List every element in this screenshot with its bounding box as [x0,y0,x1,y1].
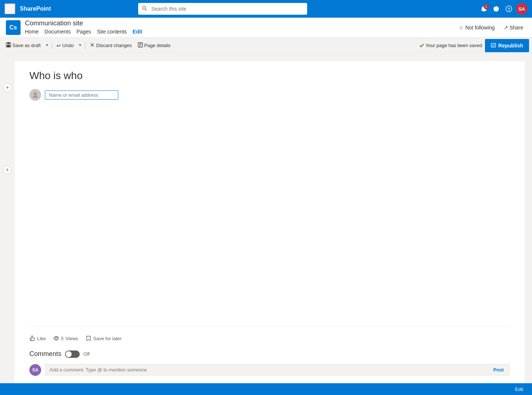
views-indicator: 5 Views [53,335,78,341]
comments-toggle[interactable] [65,350,80,358]
svg-point-23 [34,92,37,95]
svg-line-10 [145,9,147,11]
share-label: Share [510,25,523,31]
like-label: Like [37,336,46,341]
comment-input-row: SA Post [29,364,510,376]
nav-documents[interactable]: Documents [42,28,73,35]
undo-dropdown[interactable] [77,40,83,50]
comments-section: Comments Off SA Post [29,350,510,376]
republish-button[interactable]: Republish [485,39,529,52]
nav-edit[interactable]: Edit [130,28,145,35]
site-info: Communication site Home Documents Pages … [25,19,456,35]
page-details-button[interactable]: Page details [135,40,174,51]
share-button[interactable]: ↗ Share [501,23,526,32]
who-input-row [29,89,510,101]
page-details-label: Page details [144,43,171,48]
page-title: Who is who [29,70,510,82]
like-button[interactable]: Like [29,335,46,341]
undo-icon: ↩ [57,43,61,49]
commenter-avatar: SA [29,364,41,376]
save-for-later-button[interactable]: Save for later [86,335,122,341]
svg-rect-2 [12,6,13,7]
comments-header: Comments Off [29,350,510,358]
save-icon [6,42,11,49]
discard-label: Discard changes [96,43,132,48]
republish-label: Republish [498,43,523,49]
waffle-button[interactable] [4,3,15,14]
add-section-button-top[interactable]: + [3,83,12,92]
top-nav-actions: 1 ? SA [478,3,528,15]
not-following-label: Not following [465,25,495,31]
page-footer: Edit [0,383,532,395]
svg-rect-6 [7,11,8,12]
notifications-button[interactable]: 1 [478,3,489,14]
footer-edit-button[interactable]: Edit [512,385,526,394]
svg-rect-1 [9,6,11,7]
svg-rect-15 [7,45,10,47]
share-icon: ↗ [504,25,508,31]
notification-badge: 1 [484,4,489,9]
discard-icon [90,42,95,49]
toolbar-separator-1 [52,42,52,49]
post-comment-button[interactable]: Post [487,364,510,376]
save-as-draft-button[interactable]: Save as draft [3,40,44,51]
toolbar-separator-2 [85,42,85,49]
comments-label: Comments [29,350,61,358]
not-following-button[interactable]: ☆ Not following [456,23,497,32]
edit-toolbar: Save as draft ↩ Undo Discard changes Pag… [0,38,532,54]
undo-label: Undo [62,43,74,48]
site-header-actions: ☆ Not following ↗ Share [456,23,526,32]
engagement-row: Like 5 Views Save for later [29,331,510,346]
app-logo-text: SharePoint [20,6,51,12]
search-input[interactable] [138,3,307,15]
nav-pages[interactable]: Pages [73,28,94,35]
comment-input[interactable] [45,364,487,376]
svg-rect-4 [9,8,11,10]
name-email-input[interactable] [45,90,118,100]
svg-text:?: ? [508,7,510,11]
svg-rect-5 [12,8,13,10]
nav-home[interactable]: Home [25,28,42,35]
site-header: Cs Communication site Home Documents Pag… [0,18,532,38]
views-label: Views [65,336,78,341]
toolbar-right: Your page has been saved Republish [420,39,529,52]
svg-marker-16 [46,45,48,46]
page-canvas: Who is who Like [15,61,525,383]
site-title: Communication site [25,19,456,27]
undo-button[interactable]: ↩ Undo [54,40,77,51]
add-section-sidebar: + + [0,54,15,383]
site-nav: Home Documents Pages Site contents Edit [25,28,456,35]
svg-rect-14 [7,43,10,44]
add-section-button-mid[interactable]: + [3,166,12,174]
site-logo: Cs [6,20,21,35]
toggle-knob [66,351,72,357]
settings-button[interactable] [491,3,502,14]
page-details-icon [138,42,143,49]
help-button[interactable]: ? [503,3,514,14]
save-draft-dropdown[interactable] [44,40,50,50]
star-icon: ☆ [459,25,464,31]
toggle-off-label: Off [83,351,90,357]
svg-rect-0 [7,6,8,7]
discard-changes-button[interactable]: Discard changes [87,40,135,51]
saved-message: Your page has been saved [420,43,482,48]
search-icon [142,6,147,12]
search-bar [138,3,307,15]
comment-input-box: Post [45,364,510,376]
svg-rect-8 [12,11,13,12]
svg-rect-7 [9,11,11,12]
user-avatar-button[interactable]: SA [516,3,528,15]
svg-marker-17 [79,45,81,46]
top-navigation: SharePoint 1 ? SA [0,0,532,18]
page-content: + + Who is who Like [0,54,532,383]
svg-point-9 [143,7,145,10]
save-draft-label: Save as draft [12,43,41,48]
svg-rect-3 [7,8,8,10]
nav-site-contents[interactable]: Site contents [94,28,130,35]
saved-text: Your page has been saved [425,43,482,48]
person-avatar-placeholder [29,89,41,101]
svg-point-24 [55,337,57,339]
views-count: 5 [61,336,64,341]
save-later-label: Save for later [93,336,122,341]
